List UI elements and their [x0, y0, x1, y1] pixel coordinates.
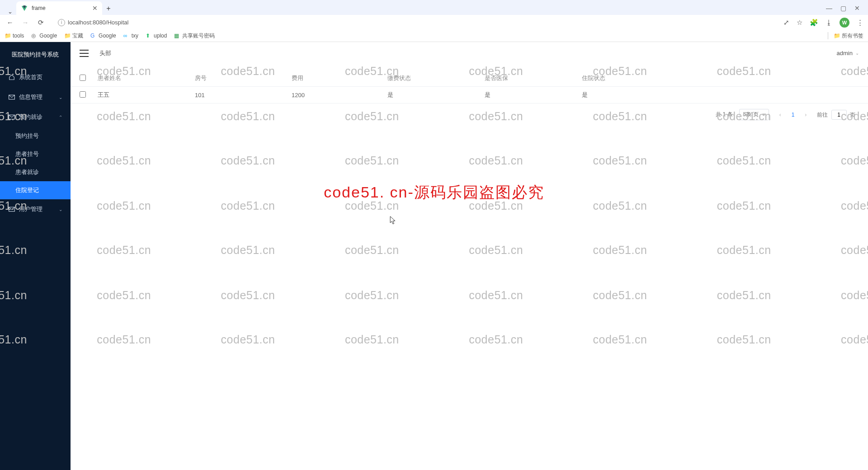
main-panel: 头部 admin ⌄ 患者姓名 房号 费用 缴费状态 是否医保 住院状态 [71, 42, 868, 470]
table-header: 患者姓名 房号 费用 缴费状态 是否医保 住院状态 [71, 70, 868, 87]
app-title: 医院预约挂号系统 [0, 42, 71, 67]
data-table: 患者姓名 房号 费用 缴费状态 是否医保 住院状态 王五 101 1200 是 … [71, 70, 868, 103]
user-dropdown[interactable]: admin ⌄ [837, 50, 859, 56]
breadcrumb: 头部 [99, 49, 111, 57]
mail-icon [8, 207, 15, 212]
th-ins: 是否医保 [485, 74, 582, 82]
menu-home[interactable]: 系统首页 [0, 67, 71, 87]
profile-avatar[interactable]: W [840, 18, 849, 28]
bookmarks-bar: 📁tools ◎Google 📁宝藏 GGoogle ∞txy ⬆uplod ▦… [0, 30, 868, 42]
pagination: 共 1 条 5条/页 ‹ 1 › 前往 页 [71, 103, 868, 126]
th-stat: 住院状态 [582, 74, 859, 82]
star-icon[interactable]: ☆ [797, 19, 802, 27]
bookmark-google2[interactable]: GGoogle [90, 33, 116, 39]
bookmark-shared[interactable]: ▦共享账号密码 [174, 32, 215, 40]
sidebar-menu: 系统首页 信息管理 ⌄ 预约就诊 ⌃ 预约挂号 患者挂号 患者就诊 住院登记 用… [0, 67, 71, 470]
url-text: localhost:8080/Hospital [68, 19, 128, 26]
submenu-register[interactable]: 预约挂号 [0, 127, 71, 145]
tab-close-icon[interactable]: ✕ [92, 5, 98, 12]
site-info-icon[interactable]: i [58, 19, 65, 26]
close-icon[interactable]: ✕ [854, 5, 860, 12]
next-page-button[interactable]: › [801, 112, 811, 118]
bookmark-tools[interactable]: 📁tools [5, 33, 24, 39]
new-tab-button[interactable]: + [102, 2, 115, 15]
sidebar: 医院预约挂号系统 系统首页 信息管理 ⌄ 预约就诊 ⌃ 预约挂号 患者挂号 患者… [0, 42, 71, 470]
browser-chrome: ⌄ frame ✕ + — ▢ ✕ ← → ⟳ i localhost:8080… [0, 0, 868, 42]
submenu-patient-visit[interactable]: 患者就诊 [0, 163, 71, 181]
page-size-select[interactable]: 5条/页 [739, 109, 769, 120]
home-icon [8, 74, 15, 80]
row-checkbox[interactable] [80, 91, 86, 98]
mail-icon [8, 94, 15, 100]
submenu-hospitalization[interactable]: 住院登记 [0, 181, 71, 199]
favicon-icon [21, 5, 28, 12]
tab-strip: ⌄ frame ✕ + — ▢ ✕ [0, 0, 868, 15]
app: 医院预约挂号系统 系统首页 信息管理 ⌄ 预约就诊 ⌃ 预约挂号 患者挂号 患者… [0, 42, 868, 470]
tab-title: frame [32, 5, 46, 11]
menu-appointment[interactable]: 预约就诊 ⌃ [0, 107, 71, 127]
chevron-down-icon: ⌄ [59, 207, 62, 212]
mail-icon [8, 114, 15, 120]
total-count: 共 1 条 [716, 111, 732, 118]
menu-info[interactable]: 信息管理 ⌄ [0, 87, 71, 107]
topbar: 头部 admin ⌄ [71, 42, 868, 65]
all-bookmarks[interactable]: 📁所有书签 [834, 32, 863, 40]
menu-users[interactable]: 用户管理 ⌄ [0, 199, 71, 219]
chevron-up-icon: ⌃ [59, 115, 62, 120]
th-pay: 缴费状态 [387, 74, 485, 82]
forward-button[interactable]: → [20, 19, 31, 26]
prev-page-button[interactable]: ‹ [775, 112, 785, 118]
chevron-down-icon: ⌄ [59, 95, 62, 100]
reload-button[interactable]: ⟳ [35, 19, 46, 27]
content-area: 患者姓名 房号 费用 缴费状态 是否医保 住院状态 王五 101 1200 是 … [71, 65, 868, 470]
submenu-appointment: 预约挂号 患者挂号 患者就诊 住院登记 [0, 127, 71, 199]
window-controls: — ▢ ✕ [826, 1, 868, 15]
tab-menu-button[interactable]: ⌄ [4, 8, 16, 15]
submenu-patient-register[interactable]: 患者挂号 [0, 145, 71, 163]
table-row[interactable]: 王五 101 1200 是 是 是 [71, 87, 868, 103]
bookmark-baozang[interactable]: 📁宝藏 [64, 32, 83, 40]
chevron-down-icon: ⌄ [855, 51, 859, 56]
bookmark-google1[interactable]: ◎Google [31, 33, 57, 39]
th-name: 患者姓名 [98, 74, 195, 82]
goto-input[interactable] [831, 110, 847, 120]
address-bar: ← → ⟳ i localhost:8080/Hospital ⤢ ☆ 🧩 ⭳ … [0, 15, 868, 30]
extensions-icon[interactable]: 🧩 [810, 19, 818, 27]
bookmark-txy[interactable]: ∞txy [123, 33, 138, 39]
current-page[interactable]: 1 [792, 112, 795, 118]
browser-tab[interactable]: frame ✕ [16, 1, 102, 15]
goto-page: 前往 页 [817, 110, 855, 120]
th-fee: 费用 [292, 74, 387, 82]
back-button[interactable]: ← [5, 19, 15, 26]
download-icon[interactable]: ⭳ [826, 19, 832, 26]
kebab-icon[interactable]: ⋮ [857, 19, 863, 27]
hamburger-icon[interactable] [80, 50, 89, 57]
minimize-icon[interactable]: — [826, 5, 832, 12]
maximize-icon[interactable]: ▢ [840, 5, 846, 12]
th-room: 房号 [195, 74, 292, 82]
install-icon[interactable]: ⤢ [783, 19, 789, 27]
bookmark-uplod[interactable]: ⬆uplod [146, 33, 167, 39]
url-field[interactable]: i localhost:8080/Hospital [58, 19, 128, 26]
select-all-checkbox[interactable] [80, 75, 86, 81]
